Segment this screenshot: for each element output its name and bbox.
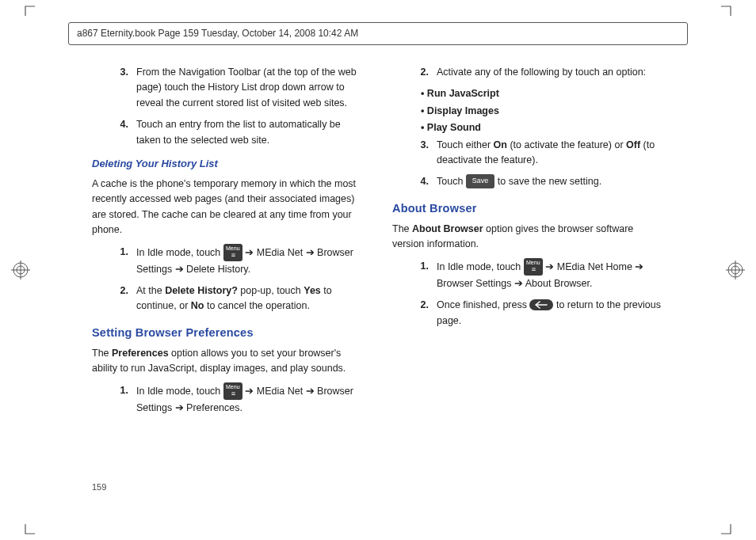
registration-mark-icon [726,260,745,280]
step-number: 4. [416,174,429,189]
list-item: 3. Touch either On (to activate the feat… [416,138,664,169]
step-number: 3. [116,65,128,111]
bold-text: No [191,300,204,311]
bullet-item: Play Sound [421,120,664,135]
text: In Idle mode, touch [437,261,524,272]
text: At the [136,285,165,296]
step-text: Activate any of the following by touch a… [437,65,646,80]
step-number: 2. [416,65,429,80]
step-text: Touch either On (to activate the feature… [437,138,664,169]
bullet-item: Run JavaScript [421,86,664,101]
text: to cancel the operation. [204,300,309,311]
step-text: In Idle mode, touch Menu≡ ➔ MEdia Net Ho… [437,259,664,291]
bold-text: Run JavaScript [427,88,499,99]
back-icon [529,299,553,310]
bold-text: Preferences [112,348,169,359]
list-item: 1. In Idle mode, touch Menu≡ ➔ MEdia Net… [416,259,664,291]
text: The [92,348,112,359]
cropmark-icon [21,524,35,538]
menu-icon: Menu≡ [223,244,242,261]
list-item: 2. Activate any of the following by touc… [416,65,664,80]
text: In Idle mode, touch [136,247,223,258]
bold-text: Play Sound [427,122,481,133]
text: In Idle mode, touch [136,386,223,397]
cropmark-icon [721,524,735,538]
list-item: 1. In Idle mode, touch Menu≡ ➔ MEdia Net… [116,245,364,277]
bold-text: On [494,139,507,150]
heading-browser-preferences: Setting Browser Preferences [92,324,364,341]
text: to save the new setting. [498,176,601,187]
list-item: 3. From the Navigation Toolbar (at the t… [116,65,364,111]
bullet-item: Display Images [421,104,664,119]
heading-about-browser: About Browser [392,200,664,217]
step-number: 1. [116,383,128,416]
step-text: Touch an entry from the list to automati… [136,117,364,148]
list-item: 4. Touch Save to save the new setting. [416,174,664,189]
page-header: a867 Eternity.book Page 159 Tuesday, Oct… [68,22,688,45]
step-text: In Idle mode, touch Menu≡ ➔ MEdia Net ➔ … [136,245,364,277]
step-number: 1. [416,259,429,291]
heading-deleting-history: Deleting Your History List [92,156,364,172]
step-text: At the Delete History? pop-up, touch Yes… [136,283,364,314]
paragraph: The About Browser option gives the brows… [392,222,664,253]
page-content: 3. From the Navigation Toolbar (at the t… [92,63,664,477]
step-number: 4. [116,117,128,148]
bold-text: About Browser [412,223,483,234]
step-number: 1. [116,245,128,277]
paragraph: A cache is the phone's temporary memory … [92,177,364,238]
registration-mark-icon [11,260,30,280]
bold-text: Delete History? [165,285,238,296]
step-number: 2. [416,298,429,329]
list-item: 4. Touch an entry from the list to autom… [116,117,364,148]
list-item: 1. In Idle mode, touch Menu≡ ➔ MEdia Net… [116,383,364,416]
bold-text: Off [626,139,640,150]
text: Touch [437,176,466,187]
list-item: 2. At the Delete History? pop-up, touch … [116,283,364,314]
text: The [392,223,412,234]
bold-text: Display Images [427,105,499,116]
page-number: 159 [92,481,106,494]
list-item: 2. Once finished, press to return to the… [416,298,664,329]
right-column: 2. Activate any of the following by touc… [392,63,664,477]
save-icon: Save [466,174,495,188]
text: pop-up, touch [238,285,304,296]
left-column: 3. From the Navigation Toolbar (at the t… [92,63,364,477]
step-text: Once finished, press to return to the pr… [437,298,664,329]
step-number: 3. [416,138,429,169]
text: (to activate the feature) or [507,139,626,150]
step-text: Touch Save to save the new setting. [437,174,601,189]
paragraph: The Preferences option allows you to set… [92,346,364,377]
step-number: 2. [116,283,128,314]
menu-icon: Menu≡ [524,258,543,276]
text: Touch either [437,139,494,150]
cropmark-icon [21,2,35,16]
cropmark-icon [721,2,735,16]
step-text: In Idle mode, touch Menu≡ ➔ MEdia Net ➔ … [136,383,364,416]
menu-icon: Menu≡ [223,382,242,400]
text: Once finished, press [437,299,529,310]
bold-text: Yes [304,285,321,296]
step-text: From the Navigation Toolbar (at the top … [136,65,364,111]
